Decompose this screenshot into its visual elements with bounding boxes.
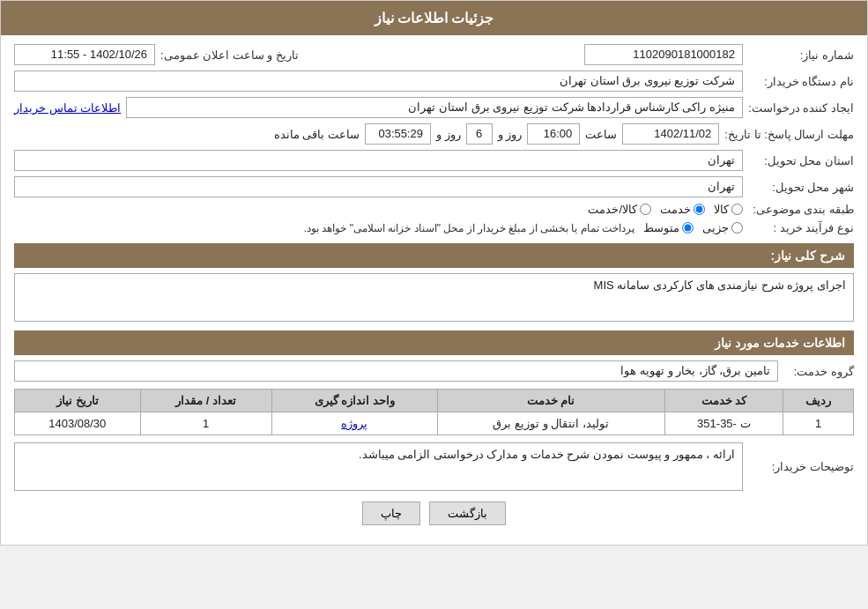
- purchase-type-radio-group: جزیی متوسط پرداخت تمام یا بخشی از مبلغ خ…: [14, 221, 743, 234]
- col-qty: تعداد / مقدار: [140, 390, 271, 412]
- cell-code: ت -35-351: [664, 412, 783, 435]
- col-date: تاریخ نیاز: [15, 390, 141, 412]
- purchase-label-motavaset: متوسط: [643, 221, 679, 234]
- delivery-city-label: شهر محل تحویل:: [748, 181, 854, 194]
- send-days: 6: [466, 123, 493, 145]
- delivery-province-label: استان محل تحویل:: [748, 154, 854, 167]
- page-title: جزئیات اطلاعات نیاز: [375, 11, 494, 26]
- buyer-desc-value: ارائه ، ممهور و پیوست نمودن شرح خدمات و …: [14, 442, 743, 491]
- purchase-type-row: نوع فرآیند خرید : جزیی متوسط پرداخت تمام…: [14, 221, 854, 234]
- purchase-type-note: پرداخت تمام یا بخشی از مبلغ خریدار از مح…: [304, 222, 634, 234]
- purchase-type-label: نوع فرآیند خرید :: [748, 221, 854, 234]
- creator-label: ایجاد کننده درخواست:: [748, 101, 854, 115]
- page-header: جزئیات اطلاعات نیاز: [1, 1, 867, 35]
- need-number-value: 1102090181000182: [584, 44, 743, 65]
- back-button[interactable]: بازگشت: [429, 501, 506, 525]
- purchase-label-jozi: جزیی: [702, 221, 729, 234]
- category-label-kala: کالا: [714, 203, 729, 216]
- category-label-kala-khedmat: کالا/خدمت: [588, 203, 637, 216]
- buttons-row: بازگشت چاپ: [14, 501, 854, 525]
- cell-qty: 1: [140, 412, 271, 435]
- cell-row: 1: [783, 412, 854, 435]
- purchase-type-jozi: جزیی: [702, 221, 743, 234]
- delivery-city-value: تهران: [14, 176, 743, 197]
- delivery-province-value: تهران: [14, 150, 743, 171]
- buyer-org-value: شرکت توزیع نیروی برق استان تهران: [14, 71, 743, 92]
- creator-row: ایجاد کننده درخواست: منیژه راکی کارشناس …: [14, 97, 854, 118]
- buyer-org-row: نام دستگاه خریدار: شرکت توزیع نیروی برق …: [14, 71, 854, 92]
- service-group-value: تامین برق، گاز، بخار و تهویه هوا: [14, 360, 778, 382]
- category-radio-khedmat[interactable]: [694, 204, 705, 215]
- general-description-section-label: شرح کلی نیاز:: [771, 249, 845, 263]
- page-container: جزئیات اطلاعات نیاز شماره نیاز: 11020901…: [0, 0, 868, 546]
- send-remaining-label-pre: روز و: [436, 128, 461, 141]
- col-unit: واحد اندازه گیری: [271, 390, 437, 412]
- services-table: ردیف کد خدمت نام خدمت واحد اندازه گیری ت…: [14, 389, 854, 435]
- creator-link[interactable]: اطلاعات تماس خریدار: [14, 101, 121, 115]
- col-row: ردیف: [783, 390, 854, 412]
- need-number-label: شماره نیاز:: [748, 48, 854, 62]
- category-radio-group: کالا خدمت کالا/خدمت: [14, 203, 743, 216]
- send-date: 1402/11/02: [622, 123, 719, 145]
- cell-name: تولید، انتقال و توزیع برق: [437, 412, 664, 435]
- category-radio-kala[interactable]: [731, 204, 743, 215]
- need-number-row: شماره نیاز: 1102090181000182 تاریخ و ساع…: [14, 44, 854, 65]
- send-deadline-row: مهلت ارسال پاسخ: تا تاریخ: 1402/11/02 سا…: [14, 123, 854, 145]
- announce-value: 1402/10/26 - 11:55: [14, 44, 155, 65]
- send-time: 16:00: [527, 123, 580, 145]
- general-description-value: اجرای پروژه شرح نیازمندی های کارکردی سام…: [14, 273, 854, 322]
- buyer-org-label: نام دستگاه خریدار:: [748, 75, 854, 88]
- send-deadline-label: مهلت ارسال پاسخ: تا تاریخ:: [724, 128, 854, 141]
- service-group-row: گروه خدمت: تامین برق، گاز، بخار و تهویه …: [14, 360, 854, 382]
- send-remaining: 03:55:29: [365, 123, 431, 145]
- send-remaining-label: ساعت باقی مانده: [274, 128, 360, 141]
- category-label-khedmat: خدمت: [660, 203, 691, 216]
- send-days-label: روز و: [498, 128, 523, 141]
- buyer-desc-row: توضیحات خریدار: ارائه ، ممهور و پیوست نم…: [14, 442, 854, 491]
- category-row: طبقه بندی موضوعی: کالا خدمت کالا/خدمت: [14, 203, 854, 216]
- send-time-label: ساعت: [585, 128, 617, 141]
- delivery-province-row: استان محل تحویل: تهران: [14, 150, 854, 171]
- service-group-label: گروه خدمت:: [783, 365, 854, 378]
- general-description-section-header: شرح کلی نیاز:: [14, 243, 854, 268]
- category-option-khedmat: خدمت: [660, 203, 705, 216]
- col-name: نام خدمت: [437, 390, 664, 412]
- content-area: شماره نیاز: 1102090181000182 تاریخ و ساع…: [1, 35, 867, 545]
- print-button[interactable]: چاپ: [362, 501, 420, 525]
- col-code: کد خدمت: [664, 390, 783, 412]
- services-table-section: ردیف کد خدمت نام خدمت واحد اندازه گیری ت…: [14, 389, 854, 435]
- purchase-radio-motavaset[interactable]: [682, 222, 694, 234]
- announce-label: تاریخ و ساعت اعلان عمومی:: [160, 48, 299, 62]
- category-label: طبقه بندی موضوعی:: [748, 203, 854, 216]
- cell-date: 1403/08/30: [15, 412, 141, 435]
- buyer-desc-label: توضیحات خریدار:: [748, 460, 854, 473]
- purchase-type-motavaset: متوسط: [643, 221, 694, 234]
- delivery-city-row: شهر محل تحویل: تهران: [14, 176, 854, 197]
- table-row: 1 ت -35-351 تولید، انتقال و توزیع برق پر…: [15, 412, 854, 435]
- category-option-kala-khedmat: کالا/خدمت: [588, 203, 651, 216]
- services-section-header: اطلاعات خدمات مورد نیاز: [14, 330, 854, 355]
- creator-value: منیژه راکی کارشناس قراردادها شرکت توزیع …: [126, 97, 743, 118]
- category-option-kala: کالا: [714, 203, 743, 216]
- services-section-label: اطلاعات خدمات مورد نیاز: [715, 336, 845, 350]
- category-radio-kala-khedmat[interactable]: [640, 204, 651, 215]
- purchase-radio-jozi[interactable]: [731, 222, 743, 234]
- general-description-row: اجرای پروژه شرح نیازمندی های کارکردی سام…: [14, 273, 854, 322]
- cell-unit[interactable]: پروژه: [271, 412, 437, 435]
